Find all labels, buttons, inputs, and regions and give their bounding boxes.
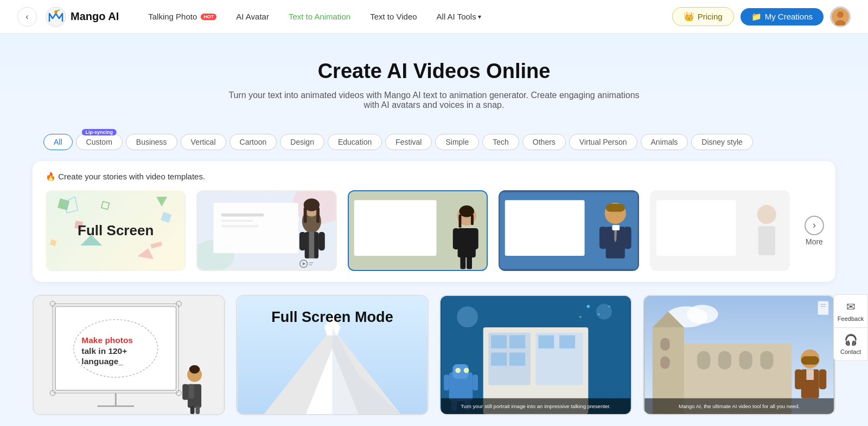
svg-point-96 bbox=[457, 306, 478, 327]
svg-rect-119 bbox=[660, 356, 669, 369]
filter-design[interactable]: Design bbox=[280, 134, 324, 150]
filter-tech[interactable]: Tech bbox=[482, 134, 519, 150]
svg-rect-20 bbox=[221, 214, 264, 217]
filter-row: All Lip-syncing Custom Business Vertical… bbox=[0, 125, 868, 157]
svg-point-99 bbox=[598, 313, 600, 315]
svg-rect-29 bbox=[309, 232, 315, 259]
pricing-button[interactable]: 👑 Pricing bbox=[672, 7, 734, 26]
svg-text:Turn your still portrait image: Turn your still portrait image into an i… bbox=[461, 403, 610, 409]
nav-text-to-video[interactable]: Text to Video bbox=[362, 9, 424, 24]
filter-cartoon[interactable]: Cartoon bbox=[229, 134, 277, 150]
svg-rect-26 bbox=[304, 207, 307, 223]
svg-rect-132 bbox=[818, 301, 828, 315]
svg-rect-123 bbox=[760, 351, 773, 370]
filter-festival[interactable]: Festival bbox=[385, 134, 432, 150]
partial-visual bbox=[651, 191, 789, 270]
svg-rect-12 bbox=[151, 242, 162, 249]
filter-virtual-person[interactable]: Virtual Person bbox=[569, 134, 637, 150]
svg-rect-121 bbox=[718, 351, 731, 370]
svg-rect-27 bbox=[317, 207, 320, 223]
svg-rect-122 bbox=[739, 351, 752, 370]
svg-rect-45 bbox=[460, 256, 465, 269]
svg-rect-94 bbox=[538, 335, 554, 348]
filter-business[interactable]: Business bbox=[126, 134, 177, 150]
svg-rect-41 bbox=[471, 215, 474, 225]
template-card-fullscreen[interactable]: Full Screen bbox=[46, 190, 186, 271]
svg-point-100 bbox=[579, 316, 582, 318]
showcase-card-whiteboard[interactable]: Make photos talk in 120+ language_ bbox=[33, 295, 225, 415]
template-cards: Full Screen bbox=[46, 190, 822, 271]
svg-point-4 bbox=[837, 11, 844, 18]
back-button[interactable]: ‹ bbox=[17, 7, 37, 27]
svg-text:language_: language_ bbox=[81, 357, 123, 366]
feedback-button[interactable]: ✉ Feedback bbox=[833, 294, 868, 327]
logo[interactable]: Mango AI bbox=[46, 7, 119, 27]
svg-rect-90 bbox=[491, 335, 507, 348]
svg-text:Mango AI, the ultimate AI vide: Mango AI, the ultimate AI video tool for… bbox=[679, 403, 800, 409]
filter-simple[interactable]: Simple bbox=[435, 134, 479, 150]
my-creations-button[interactable]: 📁 My Creations bbox=[741, 8, 824, 25]
user-avatar[interactable] bbox=[830, 7, 851, 27]
showcase-card-fullscreen[interactable]: Full Screen Mode bbox=[236, 295, 429, 415]
template-card-presenter3[interactable] bbox=[499, 190, 639, 271]
filter-custom[interactable]: Lip-syncing Custom bbox=[76, 134, 123, 150]
filter-disney-style[interactable]: Disney style bbox=[691, 134, 752, 150]
more-button[interactable]: › More bbox=[801, 190, 828, 271]
svg-rect-37 bbox=[354, 200, 437, 256]
svg-point-72 bbox=[189, 365, 200, 373]
template-card-partial[interactable] bbox=[650, 190, 790, 271]
filter-animals[interactable]: Animals bbox=[641, 134, 688, 150]
svg-rect-21 bbox=[221, 220, 253, 222]
more-label: More bbox=[806, 237, 823, 246]
svg-rect-55 bbox=[612, 225, 620, 230]
nav-ai-avatar[interactable]: AI Avatar bbox=[228, 9, 277, 24]
logo-icon bbox=[46, 7, 66, 27]
svg-rect-22 bbox=[221, 225, 258, 227]
svg-rect-92 bbox=[491, 353, 507, 366]
svg-rect-128 bbox=[795, 370, 802, 390]
svg-rect-30 bbox=[299, 232, 306, 250]
svg-rect-11 bbox=[161, 212, 172, 223]
svg-text:talk in 120+: talk in 120+ bbox=[81, 346, 127, 356]
contact-button[interactable]: 🎧 Contact bbox=[833, 327, 868, 361]
filter-others[interactable]: Others bbox=[522, 134, 566, 150]
svg-text:Make photos: Make photos bbox=[81, 335, 133, 345]
more-circle-icon: › bbox=[805, 216, 824, 235]
filter-education[interactable]: Education bbox=[328, 134, 382, 150]
nav-all-ai-tools[interactable]: All AI Tools ▾ bbox=[429, 9, 489, 24]
svg-rect-75 bbox=[182, 384, 189, 400]
whiteboard-visual: Make photos talk in 120+ language_ bbox=[34, 296, 224, 414]
showcase-card-ai-portrait[interactable]: Turn your still portrait image into an i… bbox=[439, 295, 632, 415]
svg-point-105 bbox=[464, 368, 469, 373]
filter-vertical[interactable]: Vertical bbox=[181, 134, 226, 150]
hero-subtitle: Turn your text into animated videos with… bbox=[222, 91, 646, 110]
nav-links: Talking Photo HOT AI Avatar Text to Anim… bbox=[141, 9, 672, 24]
svg-rect-118 bbox=[660, 338, 669, 350]
template-card-presenter1[interactable] bbox=[196, 190, 336, 271]
svg-rect-46 bbox=[467, 256, 472, 269]
svg-rect-54 bbox=[624, 227, 631, 249]
svg-rect-93 bbox=[509, 353, 525, 366]
svg-rect-15 bbox=[101, 202, 110, 210]
svg-marker-14 bbox=[64, 197, 78, 213]
hot-badge: HOT bbox=[201, 14, 216, 20]
filter-all[interactable]: All bbox=[43, 134, 73, 150]
svg-rect-31 bbox=[318, 232, 325, 250]
svg-rect-120 bbox=[697, 351, 710, 370]
svg-rect-59 bbox=[758, 226, 775, 255]
svg-rect-77 bbox=[195, 406, 200, 414]
fullscreen-label: Full Screen bbox=[78, 222, 154, 239]
svg-marker-10 bbox=[156, 197, 167, 206]
svg-rect-40 bbox=[458, 215, 461, 228]
svg-point-101 bbox=[608, 305, 610, 307]
template-card-presenter2[interactable] bbox=[348, 190, 488, 271]
presenter3-visual bbox=[500, 191, 637, 270]
nav-talking-photo[interactable]: Talking Photo HOT bbox=[141, 9, 224, 24]
svg-rect-53 bbox=[599, 227, 607, 249]
building-visual: Turn your still portrait image into an i… bbox=[441, 296, 631, 414]
navbar: ‹ Mango AI Talking Photo HOT AI Avatar T… bbox=[0, 0, 868, 34]
showcase-card-ai-video[interactable]: Mango AI, the ultimate AI video tool for… bbox=[643, 295, 835, 415]
svg-rect-57 bbox=[656, 200, 736, 256]
mountain-visual: Full Screen Mode bbox=[237, 296, 427, 414]
nav-text-to-animation[interactable]: Text to Animation bbox=[281, 9, 358, 24]
